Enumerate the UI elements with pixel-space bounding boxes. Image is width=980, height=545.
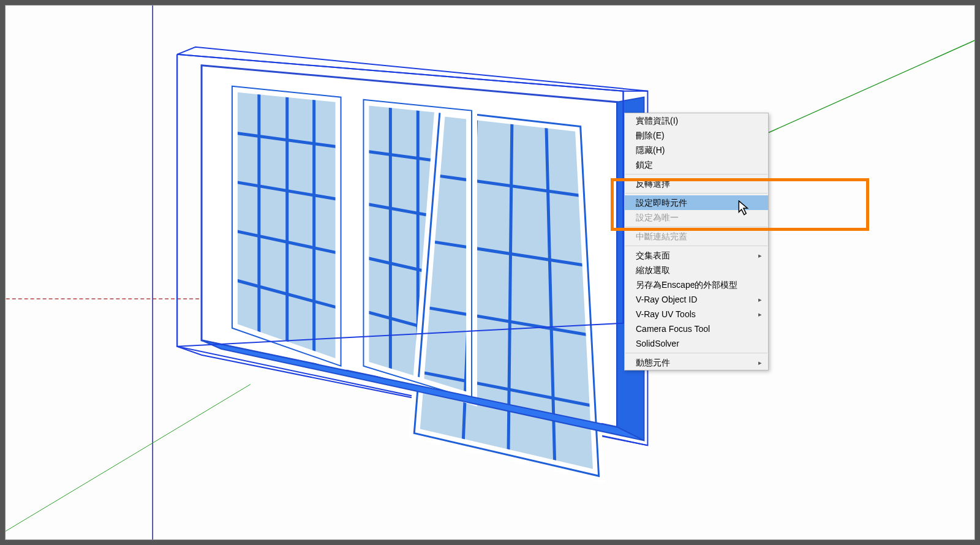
menu-label: V-Ray UV Tools — [636, 309, 696, 320]
menu-lock[interactable]: 鎖定 — [625, 157, 768, 172]
menu-invert-selection[interactable]: 反轉選擇 — [625, 176, 768, 191]
menu-dynamic-components[interactable]: 動態元件▸ — [625, 355, 768, 370]
menu-label: 鎖定 — [636, 159, 653, 170]
menu-label: 縮放選取 — [636, 265, 670, 276]
menu-label: 設定即時元件 — [636, 197, 687, 208]
menu-label: 隱藏(H) — [636, 145, 665, 156]
scene-canvas — [6, 6, 974, 539]
menu-label: V-Ray Object ID — [636, 294, 697, 305]
menu-camera-focus-tool[interactable]: Camera Focus Tool — [625, 321, 768, 336]
menu-vray-object-id[interactable]: V-Ray Object ID▸ — [625, 292, 768, 307]
chevron-right-icon: ▸ — [758, 357, 762, 368]
menu-separator — [625, 227, 767, 227]
menu-solidsolver[interactable]: SolidSolver — [625, 336, 768, 351]
menu-delete[interactable]: 刪除(E) — [625, 128, 768, 143]
menu-make-unique: 設定為唯一 — [625, 210, 768, 225]
menu-vray-uv-tools[interactable]: V-Ray UV Tools▸ — [625, 307, 768, 321]
3d-viewport[interactable] — [6, 6, 974, 539]
menu-label: SolidSolver — [636, 338, 679, 349]
svg-line-3 — [6, 385, 251, 539]
menu-label: Camera Focus Tool — [636, 323, 710, 334]
menu-label: 交集表面 — [636, 250, 670, 261]
menu-label: 另存為Enscape的外部模型 — [636, 279, 737, 290]
menu-separator — [625, 353, 767, 353]
menu-separator — [625, 193, 767, 194]
menu-label: 反轉選擇 — [636, 178, 670, 189]
menu-label: 設定為唯一 — [636, 212, 679, 223]
menu-save-as-enscape[interactable]: 另存為Enscape的外部模型 — [625, 277, 768, 292]
menu-intersect-faces[interactable]: 交集表面▸ — [625, 248, 768, 263]
menu-make-live-component[interactable]: 設定即時元件 — [625, 195, 768, 210]
chevron-right-icon: ▸ — [758, 294, 762, 305]
menu-zoom-selection[interactable]: 縮放選取 — [625, 263, 768, 277]
menu-hide[interactable]: 隱藏(H) — [625, 143, 768, 157]
window-sash-1 — [232, 86, 341, 366]
menu-label: 動態元件 — [636, 357, 670, 368]
app-frame: 實體資訊(I) 刪除(E) 隱藏(H) 鎖定 反轉選擇 設定即時元件 設定為唯一… — [5, 5, 975, 540]
menu-break-link: 中斷連結完蓋 — [625, 229, 768, 244]
menu-label: 實體資訊(I) — [636, 115, 678, 126]
chevron-right-icon: ▸ — [758, 309, 762, 320]
menu-label: 中斷連結完蓋 — [636, 231, 687, 242]
menu-separator — [625, 174, 767, 175]
menu-label: 刪除(E) — [636, 130, 665, 141]
menu-entity-info[interactable]: 實體資訊(I) — [625, 113, 768, 128]
menu-separator — [625, 246, 767, 246]
chevron-right-icon: ▸ — [758, 250, 762, 261]
context-menu: 實體資訊(I) 刪除(E) 隱藏(H) 鎖定 反轉選擇 設定即時元件 設定為唯一… — [624, 113, 769, 370]
